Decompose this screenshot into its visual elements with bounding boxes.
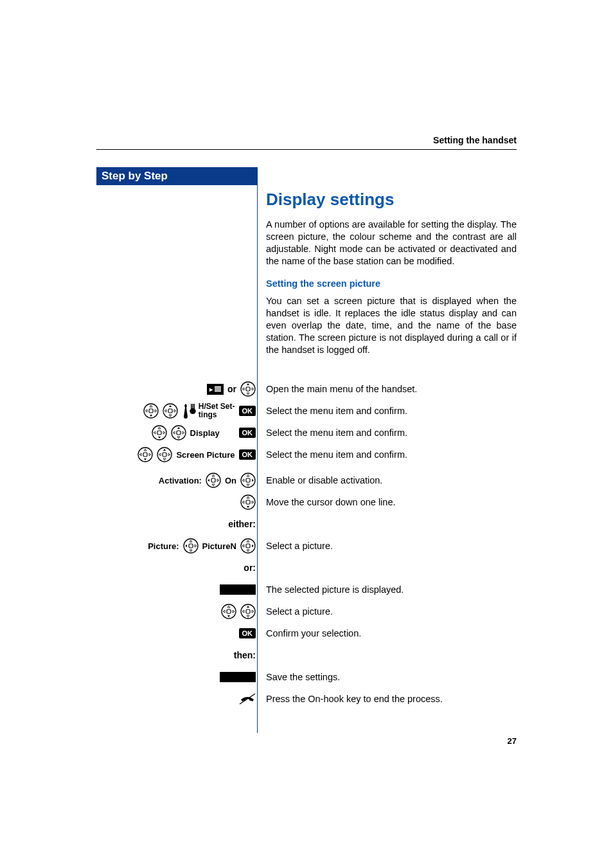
step-text: Save the settings. xyxy=(257,671,517,683)
branch-label-row: either: xyxy=(96,514,517,534)
or-label: or xyxy=(227,384,236,394)
menu-item-label: H/Set Set-tings xyxy=(199,402,235,419)
subheading: Setting the screen picture xyxy=(266,278,517,289)
sidebar-title: Step by Step xyxy=(96,167,257,185)
step-text: Select the menu item and confirm. xyxy=(257,427,517,439)
ok-badge: OK xyxy=(239,449,256,460)
nav-up-icon xyxy=(240,604,256,619)
svg-rect-21 xyxy=(189,544,193,548)
header-divider xyxy=(96,149,517,150)
step-text: Select a picture. xyxy=(257,540,517,552)
svg-rect-7 xyxy=(157,431,161,435)
ok-badge: OK xyxy=(239,628,256,638)
nav-down-icon xyxy=(138,447,153,462)
step-text: Select a picture. xyxy=(257,606,517,618)
step-row: The selected picture is displayed. xyxy=(96,580,517,599)
menu-item-label: Screen Picture xyxy=(176,450,235,460)
ok-badge: OK xyxy=(239,428,256,438)
svg-rect-1 xyxy=(246,387,250,391)
step-text: Select the menu item and confirm. xyxy=(257,405,517,417)
step-row: Screen Picture OK Select the menu item a… xyxy=(96,445,517,464)
softkey-placeholder xyxy=(220,672,256,682)
wrench-icon xyxy=(182,402,196,419)
svg-rect-13 xyxy=(163,453,166,457)
page-number: 27 xyxy=(508,736,517,746)
step-row: Press the On-hook key to end the process… xyxy=(96,689,517,709)
ok-badge: OK xyxy=(239,406,256,416)
step-row: Select a picture. xyxy=(96,602,517,621)
step-row: H/Set Set-tings OK Select the menu item … xyxy=(96,401,517,420)
step-text: Press the On-hook key to end the process… xyxy=(257,693,517,705)
nav-down-icon xyxy=(143,403,159,419)
svg-rect-11 xyxy=(143,453,147,457)
nav-up-icon xyxy=(157,447,172,462)
nav-up-icon xyxy=(163,403,178,419)
value-label: On xyxy=(225,476,236,485)
nav-down-icon xyxy=(152,425,167,440)
running-head: Setting the handset xyxy=(433,135,517,145)
softkey-placeholder xyxy=(220,584,256,595)
step-row: OK Confirm your selection. xyxy=(96,624,517,643)
description-paragraph: You can set a screen picture that is dis… xyxy=(266,295,517,357)
nav-down-icon xyxy=(240,494,256,510)
nav-down-icon xyxy=(221,604,236,619)
svg-rect-9 xyxy=(177,431,181,435)
svg-rect-23 xyxy=(246,544,250,548)
nav-left-icon xyxy=(183,538,199,554)
menu-item-label: Display xyxy=(190,428,235,438)
step-row: Picture: PictureN Select a picture. xyxy=(96,536,517,556)
menu-icon: ▸ xyxy=(207,384,224,395)
svg-rect-17 xyxy=(246,478,250,482)
nav-center-icon xyxy=(240,381,256,397)
svg-rect-25 xyxy=(227,610,231,613)
svg-rect-5 xyxy=(168,409,172,413)
step-row: Move the cursor down one line. xyxy=(96,493,517,512)
branch-label-row: then: xyxy=(96,646,517,665)
field-label: Picture: xyxy=(148,541,179,551)
step-row: ▸ or Open the main menu of the handset. xyxy=(96,379,517,399)
svg-rect-27 xyxy=(246,610,250,613)
step-text: Enable or disable activation. xyxy=(257,475,517,487)
step-text: The selected picture is displayed. xyxy=(257,584,517,596)
onhook-icon xyxy=(239,693,256,705)
branch-label-row: or: xyxy=(96,558,517,577)
step-text: Select the menu item and confirm. xyxy=(257,449,517,461)
value-label: PictureN xyxy=(202,541,236,551)
nav-left-icon xyxy=(206,473,221,488)
svg-rect-3 xyxy=(149,409,153,413)
page-title: Display settings xyxy=(266,190,517,210)
step-row: Save the settings. xyxy=(96,667,517,687)
nav-up-icon xyxy=(171,425,186,440)
step-text: Confirm your selection. xyxy=(257,628,517,640)
step-row: Display OK Select the menu item and conf… xyxy=(96,423,517,442)
svg-rect-19 xyxy=(246,500,250,504)
step-row: Activation: On Enable or disable activat… xyxy=(96,471,517,490)
nav-right-icon xyxy=(240,538,256,554)
nav-right-icon xyxy=(240,473,256,488)
step-text: Move the cursor down one line. xyxy=(257,496,517,509)
either-label: either: xyxy=(96,519,257,529)
svg-rect-15 xyxy=(211,478,215,482)
field-label: Activation: xyxy=(159,476,202,485)
or-label: or: xyxy=(96,563,257,573)
then-label: then: xyxy=(96,650,257,660)
step-text: Open the main menu of the handset. xyxy=(257,383,517,395)
intro-paragraph: A number of options are available for se… xyxy=(266,219,517,268)
